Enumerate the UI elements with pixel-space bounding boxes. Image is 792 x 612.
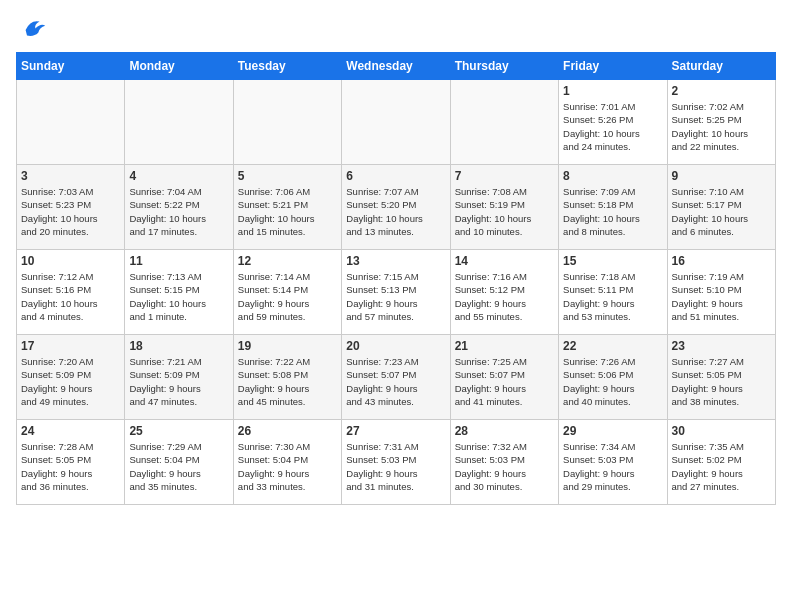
day-info: Sunrise: 7:04 AM Sunset: 5:22 PM Dayligh… <box>129 185 228 238</box>
day-info: Sunrise: 7:29 AM Sunset: 5:04 PM Dayligh… <box>129 440 228 493</box>
day-info: Sunrise: 7:13 AM Sunset: 5:15 PM Dayligh… <box>129 270 228 323</box>
calendar-week-row: 3Sunrise: 7:03 AM Sunset: 5:23 PM Daylig… <box>17 165 776 250</box>
day-number: 2 <box>672 84 771 98</box>
day-info: Sunrise: 7:09 AM Sunset: 5:18 PM Dayligh… <box>563 185 662 238</box>
calendar-cell <box>125 80 233 165</box>
day-info: Sunrise: 7:23 AM Sunset: 5:07 PM Dayligh… <box>346 355 445 408</box>
day-number: 30 <box>672 424 771 438</box>
calendar-cell: 27Sunrise: 7:31 AM Sunset: 5:03 PM Dayli… <box>342 420 450 505</box>
calendar-cell: 17Sunrise: 7:20 AM Sunset: 5:09 PM Dayli… <box>17 335 125 420</box>
logo <box>16 16 48 44</box>
day-info: Sunrise: 7:03 AM Sunset: 5:23 PM Dayligh… <box>21 185 120 238</box>
day-info: Sunrise: 7:26 AM Sunset: 5:06 PM Dayligh… <box>563 355 662 408</box>
calendar-cell: 26Sunrise: 7:30 AM Sunset: 5:04 PM Dayli… <box>233 420 341 505</box>
day-info: Sunrise: 7:08 AM Sunset: 5:19 PM Dayligh… <box>455 185 554 238</box>
calendar-cell: 19Sunrise: 7:22 AM Sunset: 5:08 PM Dayli… <box>233 335 341 420</box>
calendar-cell: 29Sunrise: 7:34 AM Sunset: 5:03 PM Dayli… <box>559 420 667 505</box>
calendar-cell: 30Sunrise: 7:35 AM Sunset: 5:02 PM Dayli… <box>667 420 775 505</box>
calendar-cell: 15Sunrise: 7:18 AM Sunset: 5:11 PM Dayli… <box>559 250 667 335</box>
day-info: Sunrise: 7:19 AM Sunset: 5:10 PM Dayligh… <box>672 270 771 323</box>
calendar-cell <box>450 80 558 165</box>
calendar-cell: 25Sunrise: 7:29 AM Sunset: 5:04 PM Dayli… <box>125 420 233 505</box>
day-number: 25 <box>129 424 228 438</box>
calendar-cell: 16Sunrise: 7:19 AM Sunset: 5:10 PM Dayli… <box>667 250 775 335</box>
day-header-friday: Friday <box>559 53 667 80</box>
day-number: 20 <box>346 339 445 353</box>
calendar-cell: 4Sunrise: 7:04 AM Sunset: 5:22 PM Daylig… <box>125 165 233 250</box>
logo-bird-icon <box>20 16 48 44</box>
calendar-cell <box>342 80 450 165</box>
day-number: 17 <box>21 339 120 353</box>
day-number: 15 <box>563 254 662 268</box>
calendar-cell: 24Sunrise: 7:28 AM Sunset: 5:05 PM Dayli… <box>17 420 125 505</box>
calendar-cell: 12Sunrise: 7:14 AM Sunset: 5:14 PM Dayli… <box>233 250 341 335</box>
calendar-cell: 13Sunrise: 7:15 AM Sunset: 5:13 PM Dayli… <box>342 250 450 335</box>
calendar-cell: 10Sunrise: 7:12 AM Sunset: 5:16 PM Dayli… <box>17 250 125 335</box>
day-number: 28 <box>455 424 554 438</box>
calendar-week-row: 17Sunrise: 7:20 AM Sunset: 5:09 PM Dayli… <box>17 335 776 420</box>
calendar-cell: 6Sunrise: 7:07 AM Sunset: 5:20 PM Daylig… <box>342 165 450 250</box>
day-info: Sunrise: 7:15 AM Sunset: 5:13 PM Dayligh… <box>346 270 445 323</box>
day-info: Sunrise: 7:12 AM Sunset: 5:16 PM Dayligh… <box>21 270 120 323</box>
day-number: 8 <box>563 169 662 183</box>
day-info: Sunrise: 7:35 AM Sunset: 5:02 PM Dayligh… <box>672 440 771 493</box>
calendar-week-row: 10Sunrise: 7:12 AM Sunset: 5:16 PM Dayli… <box>17 250 776 335</box>
day-number: 16 <box>672 254 771 268</box>
day-number: 13 <box>346 254 445 268</box>
calendar-week-row: 24Sunrise: 7:28 AM Sunset: 5:05 PM Dayli… <box>17 420 776 505</box>
day-number: 24 <box>21 424 120 438</box>
day-info: Sunrise: 7:07 AM Sunset: 5:20 PM Dayligh… <box>346 185 445 238</box>
calendar-week-row: 1Sunrise: 7:01 AM Sunset: 5:26 PM Daylig… <box>17 80 776 165</box>
day-info: Sunrise: 7:01 AM Sunset: 5:26 PM Dayligh… <box>563 100 662 153</box>
day-header-wednesday: Wednesday <box>342 53 450 80</box>
calendar-cell: 9Sunrise: 7:10 AM Sunset: 5:17 PM Daylig… <box>667 165 775 250</box>
day-info: Sunrise: 7:27 AM Sunset: 5:05 PM Dayligh… <box>672 355 771 408</box>
calendar-cell: 2Sunrise: 7:02 AM Sunset: 5:25 PM Daylig… <box>667 80 775 165</box>
calendar-cell: 21Sunrise: 7:25 AM Sunset: 5:07 PM Dayli… <box>450 335 558 420</box>
day-header-tuesday: Tuesday <box>233 53 341 80</box>
calendar-cell: 28Sunrise: 7:32 AM Sunset: 5:03 PM Dayli… <box>450 420 558 505</box>
day-number: 12 <box>238 254 337 268</box>
day-number: 21 <box>455 339 554 353</box>
calendar-cell: 3Sunrise: 7:03 AM Sunset: 5:23 PM Daylig… <box>17 165 125 250</box>
day-info: Sunrise: 7:16 AM Sunset: 5:12 PM Dayligh… <box>455 270 554 323</box>
day-info: Sunrise: 7:22 AM Sunset: 5:08 PM Dayligh… <box>238 355 337 408</box>
day-number: 10 <box>21 254 120 268</box>
calendar-table: SundayMondayTuesdayWednesdayThursdayFrid… <box>16 52 776 505</box>
day-info: Sunrise: 7:18 AM Sunset: 5:11 PM Dayligh… <box>563 270 662 323</box>
day-info: Sunrise: 7:31 AM Sunset: 5:03 PM Dayligh… <box>346 440 445 493</box>
day-number: 4 <box>129 169 228 183</box>
calendar-cell: 5Sunrise: 7:06 AM Sunset: 5:21 PM Daylig… <box>233 165 341 250</box>
day-header-sunday: Sunday <box>17 53 125 80</box>
day-number: 6 <box>346 169 445 183</box>
day-info: Sunrise: 7:02 AM Sunset: 5:25 PM Dayligh… <box>672 100 771 153</box>
day-info: Sunrise: 7:14 AM Sunset: 5:14 PM Dayligh… <box>238 270 337 323</box>
day-number: 1 <box>563 84 662 98</box>
day-number: 9 <box>672 169 771 183</box>
calendar-header-row: SundayMondayTuesdayWednesdayThursdayFrid… <box>17 53 776 80</box>
day-header-saturday: Saturday <box>667 53 775 80</box>
page-header <box>16 16 776 44</box>
day-number: 19 <box>238 339 337 353</box>
calendar-cell: 11Sunrise: 7:13 AM Sunset: 5:15 PM Dayli… <box>125 250 233 335</box>
day-info: Sunrise: 7:06 AM Sunset: 5:21 PM Dayligh… <box>238 185 337 238</box>
day-info: Sunrise: 7:25 AM Sunset: 5:07 PM Dayligh… <box>455 355 554 408</box>
calendar-cell: 8Sunrise: 7:09 AM Sunset: 5:18 PM Daylig… <box>559 165 667 250</box>
day-header-monday: Monday <box>125 53 233 80</box>
day-info: Sunrise: 7:28 AM Sunset: 5:05 PM Dayligh… <box>21 440 120 493</box>
day-header-thursday: Thursday <box>450 53 558 80</box>
day-number: 7 <box>455 169 554 183</box>
calendar-cell: 1Sunrise: 7:01 AM Sunset: 5:26 PM Daylig… <box>559 80 667 165</box>
calendar-cell <box>17 80 125 165</box>
day-number: 29 <box>563 424 662 438</box>
day-info: Sunrise: 7:10 AM Sunset: 5:17 PM Dayligh… <box>672 185 771 238</box>
day-number: 23 <box>672 339 771 353</box>
day-info: Sunrise: 7:30 AM Sunset: 5:04 PM Dayligh… <box>238 440 337 493</box>
day-number: 18 <box>129 339 228 353</box>
calendar-cell: 20Sunrise: 7:23 AM Sunset: 5:07 PM Dayli… <box>342 335 450 420</box>
day-number: 5 <box>238 169 337 183</box>
day-number: 11 <box>129 254 228 268</box>
day-info: Sunrise: 7:21 AM Sunset: 5:09 PM Dayligh… <box>129 355 228 408</box>
day-number: 22 <box>563 339 662 353</box>
day-number: 14 <box>455 254 554 268</box>
